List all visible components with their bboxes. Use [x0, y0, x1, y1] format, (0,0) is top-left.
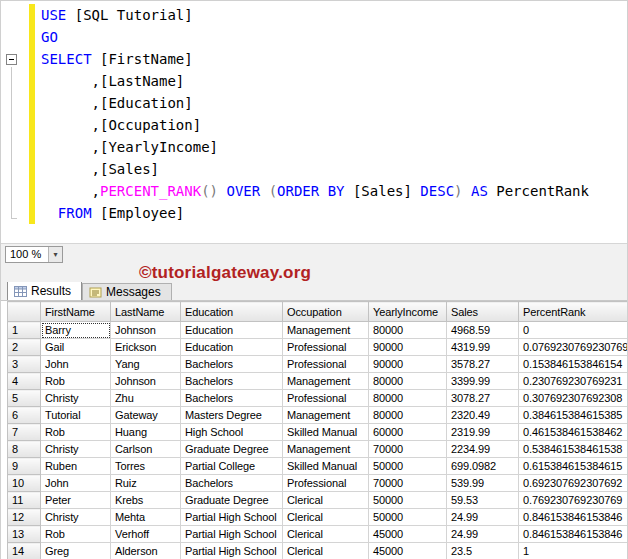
grid-cell[interactable]: John [41, 475, 111, 492]
grid-cell[interactable]: Clerical [283, 526, 369, 543]
row-number[interactable]: 12 [8, 509, 41, 526]
grid-cell[interactable]: Rob [41, 526, 111, 543]
grid-cell[interactable]: Professional [283, 356, 369, 373]
row-number[interactable]: 5 [8, 390, 41, 407]
grid-cell[interactable]: 0.769230769230769 [519, 492, 628, 509]
grid-cell[interactable]: Christy [41, 390, 111, 407]
row-number[interactable]: 6 [8, 407, 41, 424]
grid-cell[interactable]: Skilled Manual [283, 424, 369, 441]
grid-cell[interactable]: 60000 [369, 424, 447, 441]
grid-cell[interactable]: 0.230769230769231 [519, 373, 628, 390]
row-number[interactable]: 4 [8, 373, 41, 390]
grid-cell[interactable]: Torres [111, 458, 181, 475]
grid-cell[interactable]: Graduate Degree [181, 492, 283, 509]
grid-cell[interactable]: 59.53 [447, 492, 519, 509]
grid-cell[interactable]: Yang [111, 356, 181, 373]
grid-column-header[interactable]: Sales [447, 302, 519, 322]
grid-cell[interactable]: Clerical [283, 543, 369, 559]
zoom-select[interactable]: 100 % ▾ [5, 246, 63, 263]
grid-cell[interactable]: Gateway [111, 407, 181, 424]
grid-cell[interactable]: Mehta [111, 509, 181, 526]
row-number[interactable]: 10 [8, 475, 41, 492]
grid-cell[interactable]: Bachelors [181, 356, 283, 373]
grid-cell[interactable]: Skilled Manual [283, 458, 369, 475]
grid-cell[interactable]: 699.0982 [447, 458, 519, 475]
grid-cell[interactable]: Ruben [41, 458, 111, 475]
grid-cell[interactable]: 0.615384615384615 [519, 458, 628, 475]
row-number[interactable]: 9 [8, 458, 41, 475]
row-number[interactable]: 2 [8, 339, 41, 356]
grid-cell[interactable]: Bachelors [181, 475, 283, 492]
collapse-region-icon[interactable] [6, 54, 17, 65]
grid-cell[interactable]: 0.384615384615385 [519, 407, 628, 424]
grid-column-header[interactable]: PercentRank [519, 302, 628, 322]
grid-cell[interactable]: Management [283, 373, 369, 390]
grid-cell[interactable]: Partial High School [181, 509, 283, 526]
grid-cell[interactable]: 4319.99 [447, 339, 519, 356]
grid-cell[interactable]: Alderson [111, 543, 181, 559]
grid-cell[interactable]: Christy [41, 441, 111, 458]
grid-cell[interactable]: Johnson [111, 373, 181, 390]
grid-cell[interactable]: 0.0769230769230769 [519, 339, 628, 356]
grid-cell[interactable]: 0.692307692307692 [519, 475, 628, 492]
grid-cell[interactable]: Professional [283, 390, 369, 407]
grid-cell[interactable]: Greg [41, 543, 111, 559]
row-number[interactable]: 3 [8, 356, 41, 373]
pane-splitter[interactable]: ©tutorialgateway.org [1, 264, 627, 282]
code-line[interactable]: ,PERCENT_RANK() OVER (ORDER BY [Sales] D… [41, 180, 589, 202]
grid-cell[interactable]: 70000 [369, 475, 447, 492]
grid-cell[interactable]: 80000 [369, 407, 447, 424]
grid-cell[interactable]: Johnson [111, 322, 181, 339]
tab-results[interactable]: Results [7, 281, 82, 300]
grid-cell[interactable]: Christy [41, 509, 111, 526]
grid-column-header[interactable]: YearlyIncome [369, 302, 447, 322]
grid-cell[interactable]: 80000 [369, 373, 447, 390]
code-line[interactable]: ,[Education] [41, 92, 589, 114]
grid-cell[interactable]: 45000 [369, 543, 447, 559]
grid-cell[interactable]: Rob [41, 373, 111, 390]
code-line[interactable]: ,[YearlyIncome] [41, 136, 589, 158]
grid-cell[interactable]: 0 [519, 322, 628, 339]
row-number[interactable]: 13 [8, 526, 41, 543]
grid-cell[interactable]: Ruiz [111, 475, 181, 492]
grid-cell[interactable]: 23.5 [447, 543, 519, 559]
grid-column-header[interactable]: Occupation [283, 302, 369, 322]
grid-cell[interactable]: 45000 [369, 526, 447, 543]
grid-cell[interactable]: Management [283, 441, 369, 458]
row-number[interactable]: 1 [8, 322, 41, 339]
code-line[interactable]: SELECT [FirstName] [41, 48, 589, 70]
code-line[interactable]: ,[Sales] [41, 158, 589, 180]
code-line[interactable]: ,[Occupation] [41, 114, 589, 136]
grid-cell[interactable]: 70000 [369, 441, 447, 458]
grid-cell[interactable]: 80000 [369, 322, 447, 339]
sql-editor[interactable]: USE [SQL Tutorial]GOSELECT [FirstName] ,… [1, 1, 627, 243]
grid-corner-cell[interactable] [8, 302, 41, 322]
grid-cell[interactable]: Erickson [111, 339, 181, 356]
grid-cell[interactable]: 0.846153846153846 [519, 526, 628, 543]
grid-column-header[interactable]: Education [181, 302, 283, 322]
grid-cell[interactable]: 90000 [369, 356, 447, 373]
row-number[interactable]: 14 [8, 543, 41, 559]
grid-cell[interactable]: Partial High School [181, 526, 283, 543]
grid-cell[interactable]: Zhu [111, 390, 181, 407]
grid-cell[interactable]: Gail [41, 339, 111, 356]
grid-cell[interactable]: Education [181, 339, 283, 356]
grid-cell[interactable]: Clerical [283, 509, 369, 526]
grid-cell[interactable]: Management [283, 322, 369, 339]
grid-cell[interactable]: Peter [41, 492, 111, 509]
grid-cell[interactable]: 3399.99 [447, 373, 519, 390]
grid-cell[interactable]: 539.99 [447, 475, 519, 492]
grid-cell[interactable]: 3578.27 [447, 356, 519, 373]
grid-cell[interactable]: 24.99 [447, 509, 519, 526]
grid-cell[interactable]: Graduate Degree [181, 441, 283, 458]
grid-cell[interactable]: 50000 [369, 492, 447, 509]
grid-cell[interactable]: Barry [41, 322, 111, 339]
grid-cell[interactable]: Professional [283, 475, 369, 492]
grid-cell[interactable]: Partial High School [181, 543, 283, 559]
grid-cell[interactable]: 0.846153846153846 [519, 509, 628, 526]
grid-cell[interactable]: John [41, 356, 111, 373]
grid-cell[interactable]: Clerical [283, 492, 369, 509]
grid-cell[interactable]: Masters Degree [181, 407, 283, 424]
row-number[interactable]: 8 [8, 441, 41, 458]
grid-cell[interactable]: 2319.99 [447, 424, 519, 441]
